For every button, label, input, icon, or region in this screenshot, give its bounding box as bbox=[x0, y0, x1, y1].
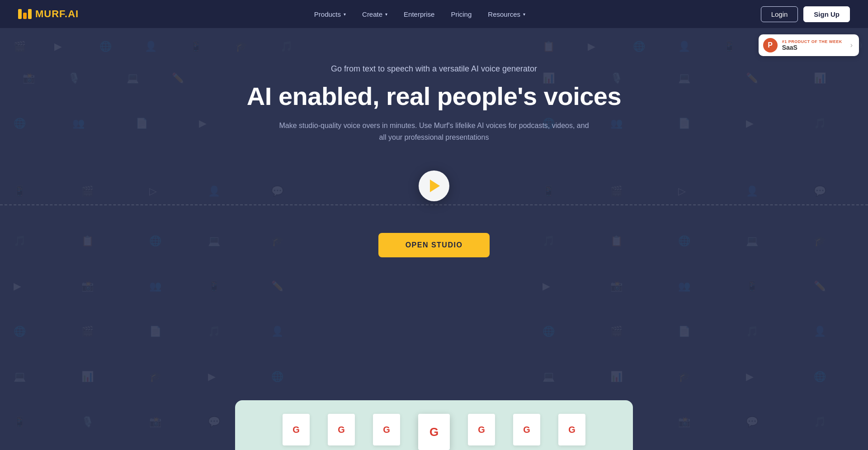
nav-products[interactable]: Products ▾ bbox=[314, 10, 346, 18]
create-chevron-icon: ▾ bbox=[385, 12, 387, 17]
award-item-3: G bbox=[364, 414, 409, 450]
logo[interactable]: MURF.AI bbox=[18, 8, 79, 20]
g2-logo-7: G bbox=[568, 425, 576, 435]
g2-logo-3: G bbox=[383, 425, 390, 435]
play-icon bbox=[430, 180, 440, 192]
bg-icon-43: 💬 bbox=[814, 186, 826, 196]
bg-icon-56: 👥 bbox=[149, 281, 161, 291]
bg-icon-2: ▶ bbox=[54, 42, 62, 52]
bg-icon-22: 💻 bbox=[678, 73, 690, 83]
bg-icon-91: 📸 bbox=[678, 417, 690, 427]
g2-logo-2: G bbox=[338, 425, 345, 435]
bg-icon-28: ▶ bbox=[199, 118, 207, 128]
nav-resources[interactable]: Resources ▾ bbox=[488, 10, 525, 18]
bg-icon-49: 🎵 bbox=[542, 236, 555, 246]
bg-icon-44: 🎵 bbox=[14, 236, 26, 246]
bg-icon-51: 🌐 bbox=[678, 236, 690, 246]
bg-icon-53: 🎓 bbox=[814, 236, 826, 246]
logo-bar-1 bbox=[18, 9, 22, 19]
bg-icon-40: 🎬 bbox=[610, 186, 623, 196]
award-item-1: G bbox=[274, 414, 319, 450]
bg-icon-68: 👤 bbox=[271, 327, 283, 336]
logo-bar-3 bbox=[28, 9, 32, 19]
bg-icon-76: 🎓 bbox=[149, 372, 161, 382]
bg-icon-75: 📊 bbox=[81, 372, 94, 382]
bg-icon-18: 💻 bbox=[127, 73, 139, 83]
bg-icon-11: 👤 bbox=[678, 42, 690, 52]
dotted-divider bbox=[0, 204, 868, 205]
g2-logo-6: G bbox=[523, 425, 530, 435]
bg-icon-60: 📸 bbox=[610, 281, 623, 291]
logo-ai: .AI bbox=[65, 8, 79, 19]
award-badge-5: G bbox=[468, 414, 495, 445]
bg-icon-71: 📄 bbox=[678, 327, 690, 336]
product-hunt-bottom-label: SaaS bbox=[782, 44, 842, 51]
hero-title: AI enabled, real people's voices bbox=[231, 82, 637, 111]
bg-icon-19: ✏️ bbox=[172, 73, 184, 83]
logo-text: MURF.AI bbox=[35, 8, 79, 20]
bg-icon-52: 💻 bbox=[746, 236, 758, 246]
bg-icon-33: 🎵 bbox=[814, 118, 826, 128]
bg-icon-24: 📊 bbox=[814, 73, 826, 83]
bg-icon-74: 💻 bbox=[14, 372, 26, 382]
bg-icon-8: 📋 bbox=[542, 42, 555, 52]
bg-icon-61: 👥 bbox=[678, 281, 690, 291]
bg-icon-34: 📱 bbox=[14, 186, 26, 196]
logo-bar-2 bbox=[23, 13, 27, 19]
bg-icon-31: 📄 bbox=[678, 118, 690, 128]
product-hunt-arrow-icon: › bbox=[850, 41, 853, 49]
bg-icon-62: 📱 bbox=[746, 281, 758, 291]
logo-bars bbox=[18, 9, 32, 19]
bg-icon-92: 💬 bbox=[746, 417, 758, 427]
bg-icon-50: 📋 bbox=[610, 236, 623, 246]
product-hunt-badge[interactable]: P #1 PRODUCT OF THE WEEK SaaS › bbox=[759, 34, 859, 56]
bg-icon-82: ▶ bbox=[746, 372, 754, 382]
bg-icon-7: 🎵 bbox=[280, 42, 292, 52]
bg-icon-47: 💻 bbox=[208, 236, 220, 246]
signup-button[interactable]: Sign Up bbox=[803, 6, 850, 22]
bg-icon-58: ✏️ bbox=[271, 281, 283, 291]
bg-icon-17: 🎙️ bbox=[68, 73, 80, 83]
bg-icon-36: ▷ bbox=[149, 186, 157, 196]
g2-logo-featured: G bbox=[429, 425, 439, 439]
logo-area: MURF.AI bbox=[18, 8, 79, 20]
nav-resources-label: Resources bbox=[488, 10, 520, 18]
bg-icon-5: 📱 bbox=[190, 42, 202, 52]
login-button[interactable]: Login bbox=[761, 6, 798, 22]
nav-links: Products ▾ Create ▾ Enterprise Pricing R… bbox=[314, 10, 525, 18]
bg-icon-25: 🌐 bbox=[14, 118, 26, 128]
bg-icon-84: 📱 bbox=[14, 417, 26, 427]
award-badge-7: G bbox=[558, 414, 585, 445]
bg-icon-48: 🎓 bbox=[271, 236, 283, 246]
bg-icon-77: ▶ bbox=[208, 372, 216, 382]
bg-icon-70: 🎬 bbox=[610, 327, 623, 336]
award-badge-3: G bbox=[373, 414, 400, 445]
bg-icon-83: 🌐 bbox=[814, 372, 826, 382]
bg-icon-27: 📄 bbox=[136, 118, 148, 128]
award-badge-1: G bbox=[283, 414, 310, 445]
play-button[interactable] bbox=[419, 171, 449, 201]
bg-icon-23: ✏️ bbox=[746, 73, 758, 83]
bg-icon-65: 🎬 bbox=[81, 327, 94, 336]
nav-create[interactable]: Create ▾ bbox=[362, 10, 387, 18]
products-chevron-icon: ▾ bbox=[344, 12, 346, 17]
award-badge-6: G bbox=[513, 414, 540, 445]
bg-icon-57: 📱 bbox=[208, 281, 220, 291]
bg-icon-80: 📊 bbox=[610, 372, 623, 382]
nav-enterprise[interactable]: Enterprise bbox=[404, 10, 434, 18]
bg-icon-46: 🌐 bbox=[149, 236, 161, 246]
product-hunt-top-label: #1 PRODUCT OF THE WEEK bbox=[782, 39, 842, 44]
bg-icon-66: 📄 bbox=[149, 327, 161, 336]
navbar: MURF.AI Products ▾ Create ▾ Enterprise P… bbox=[0, 0, 868, 28]
open-studio-button[interactable]: OPEN STUDIO bbox=[378, 233, 490, 257]
bg-icon-12: 📱 bbox=[723, 42, 736, 52]
bg-icon-41: ▷ bbox=[678, 186, 686, 196]
bg-icon-78: 🌐 bbox=[271, 372, 283, 382]
bg-icon-93: 🎵 bbox=[814, 417, 826, 427]
hero-description: Make studio-quality voice overs in minut… bbox=[276, 120, 592, 143]
award-badge-featured: G bbox=[418, 414, 450, 450]
bg-icon-39: 📱 bbox=[542, 186, 555, 196]
bg-icon-10: 🌐 bbox=[633, 42, 645, 52]
bg-icon-59: ▶ bbox=[542, 281, 550, 291]
nav-pricing[interactable]: Pricing bbox=[451, 10, 472, 18]
